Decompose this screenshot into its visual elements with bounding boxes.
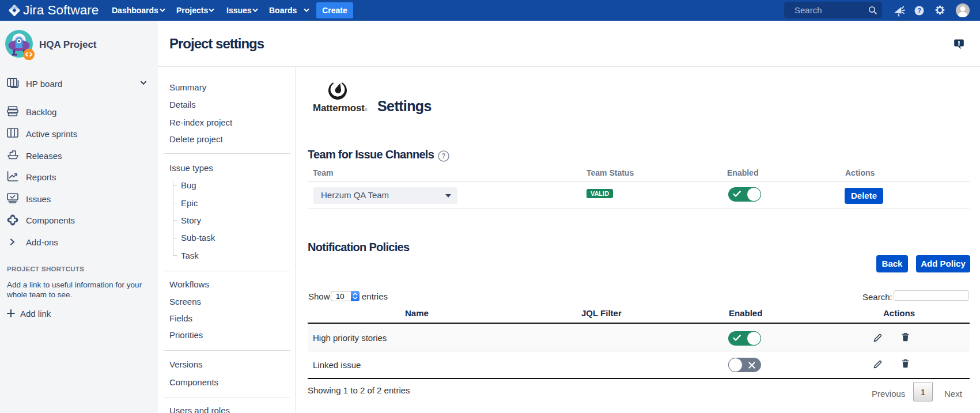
svg-text:?: ? [917, 7, 921, 14]
svg-text:?: ? [441, 152, 445, 160]
